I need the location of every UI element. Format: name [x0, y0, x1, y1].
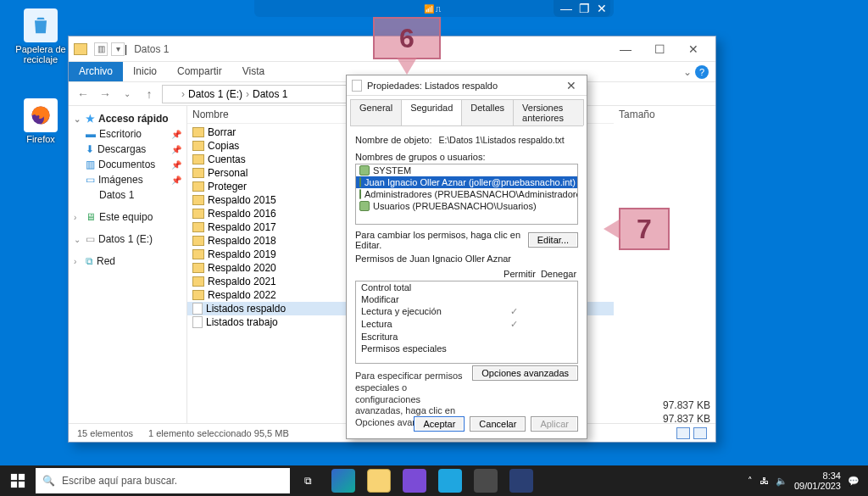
window-title: Datos 1 [134, 43, 169, 55]
group-item[interactable]: SYSTEM [356, 164, 577, 176]
nav-network[interactable]: ›⧉Red [72, 254, 183, 269]
recent-button[interactable]: ⌄ [118, 85, 136, 103]
maximize-button[interactable]: ☐ [643, 39, 676, 59]
nav-downloads[interactable]: ⬇Descargas📌 [72, 142, 183, 157]
permission-row: Control total [356, 281, 577, 293]
nav-desktop[interactable]: ▬Escritorio📌 [72, 126, 183, 142]
object-name-label: Nombre de objeto: [355, 135, 432, 145]
back-button[interactable]: ← [74, 85, 92, 103]
ok-button[interactable]: Aceptar [414, 416, 465, 432]
recycle-label: Papelera de reciclaje [15, 44, 65, 64]
crumb-folder[interactable]: Datos 1 [253, 88, 287, 100]
permission-row: Lectura y ejecución✓ [356, 305, 577, 318]
svg-rect-4 [19, 482, 25, 488]
nav-quick-access[interactable]: ⌄★Acceso rápido [72, 111, 183, 126]
recycle-bin[interactable]: Papelera de reciclaje [15, 8, 66, 64]
folder-icon [192, 249, 204, 259]
group-name: Administradores (PRUEBASNACHO\Administra… [364, 189, 578, 199]
apply-button[interactable]: Aplicar [531, 416, 578, 432]
crumb-drive[interactable]: Datos 1 (E:) [188, 88, 242, 100]
network-icon[interactable]: 🖧 [760, 476, 769, 486]
folder-icon [192, 154, 204, 164]
permission-name: Permisos especiales [361, 343, 494, 354]
annotation-6: 6 [373, 17, 441, 59]
permission-allow [494, 343, 533, 354]
nav-this-pc[interactable]: ›🖥Este equipo [72, 209, 183, 225]
folder-icon [192, 263, 204, 273]
permission-allow [494, 282, 533, 293]
permission-deny [533, 319, 572, 330]
permission-allow [494, 294, 533, 304]
permission-row: Escritura [356, 331, 577, 343]
group-item[interactable]: Juan Ignacio Oller Aznar (joller@pruebas… [356, 176, 577, 188]
close-button[interactable]: ✕ [676, 39, 710, 59]
groups-listbox[interactable]: SYSTEMJuan Ignacio Oller Aznar (joller@p… [355, 164, 578, 225]
forward-button[interactable]: → [96, 85, 114, 103]
svg-rect-1 [11, 474, 17, 480]
folder-icon [166, 89, 178, 99]
permission-name: Modificar [361, 294, 494, 304]
permission-deny [533, 332, 572, 342]
dialog-titlebar[interactable]: Propiedades: Listados respaldo ✕ [347, 75, 587, 96]
taskbar-app-teal[interactable] [432, 465, 468, 496]
recycle-icon [24, 8, 58, 42]
clock[interactable]: 8:34 09/01/2023 [794, 471, 841, 491]
tab-share[interactable]: Compartir [167, 62, 232, 81]
chevron-down-icon[interactable]: ⌄ [683, 66, 692, 78]
edit-button[interactable]: Editar... [528, 232, 578, 248]
taskbar-app-purple[interactable] [397, 465, 432, 496]
vm-window-controls[interactable]: ―❐✕ [554, 0, 614, 17]
view-details-icon[interactable] [676, 427, 690, 439]
col-allow: Permitir [500, 269, 539, 279]
permission-deny [533, 294, 572, 304]
tab-view[interactable]: Vista [232, 62, 275, 81]
group-item[interactable]: Usuarios (PRUEBASNACHO\Usuarios) [356, 200, 577, 212]
nav-datos1[interactable]: Datos 1 [72, 187, 183, 203]
view-tiles-icon[interactable] [693, 427, 707, 439]
minimize-button[interactable]: ― [609, 39, 643, 59]
taskbar-explorer[interactable] [361, 465, 397, 496]
taskbar-server-manager[interactable] [468, 465, 504, 496]
quick-access-toolbar[interactable]: ▥▾ [94, 42, 125, 56]
nav-documents[interactable]: ▥Documentos📌 [72, 157, 183, 172]
group-icon [359, 189, 361, 199]
col-size[interactable]: Tamaño [619, 109, 710, 120]
permissions-listbox[interactable]: Control totalModificarLectura y ejecució… [355, 281, 578, 364]
group-item[interactable]: Administradores (PRUEBASNACHO\Administra… [356, 188, 577, 200]
notifications-icon[interactable]: 💬 [848, 476, 860, 487]
folder-icon [74, 43, 87, 55]
start-button[interactable] [0, 465, 36, 496]
tab-file[interactable]: Archivo [69, 62, 123, 81]
sound-icon[interactable]: 🔈 [776, 476, 787, 487]
permission-deny [533, 282, 572, 293]
tab-previous-versions[interactable]: Versiones anteriores [513, 99, 584, 125]
tab-home[interactable]: Inicio [123, 62, 167, 81]
taskbar-app-navy[interactable] [504, 465, 539, 496]
cancel-button[interactable]: Cancelar [470, 416, 526, 432]
tab-general[interactable]: General [350, 99, 402, 125]
nav-drive[interactable]: ⌄▭Datos 1 (E:) [72, 231, 183, 247]
tab-details[interactable]: Detalles [461, 99, 514, 125]
svg-rect-3 [11, 482, 17, 488]
search-input[interactable]: 🔍 Escribe aquí para buscar. [36, 468, 290, 493]
firefox-shortcut[interactable]: Firefox [15, 98, 66, 144]
folder-icon [192, 236, 204, 246]
up-button[interactable]: ↑ [140, 85, 159, 103]
permission-deny [533, 306, 572, 317]
task-view-button[interactable]: ⧉ [290, 465, 326, 496]
tray-up-icon[interactable]: ˄ [748, 476, 753, 487]
permission-name: Escritura [361, 332, 494, 342]
search-placeholder: Escribe aquí para buscar. [62, 475, 177, 487]
advanced-button[interactable]: Opciones avanzadas [472, 365, 578, 381]
permission-allow [494, 332, 533, 342]
folder-icon [192, 181, 204, 192]
permission-allow: ✓ [494, 319, 533, 330]
permission-row: Permisos especiales [356, 343, 577, 354]
nav-pictures[interactable]: ▭Imágenes📌 [72, 172, 183, 187]
taskbar-edge[interactable] [326, 465, 361, 496]
dialog-close-button[interactable]: ✕ [561, 79, 581, 92]
group-icon [359, 165, 370, 176]
tab-security[interactable]: Seguridad [401, 99, 462, 125]
system-tray[interactable]: ˄ 🖧 🔈 8:34 09/01/2023 💬 [739, 471, 868, 491]
help-icon[interactable]: ? [695, 65, 709, 79]
